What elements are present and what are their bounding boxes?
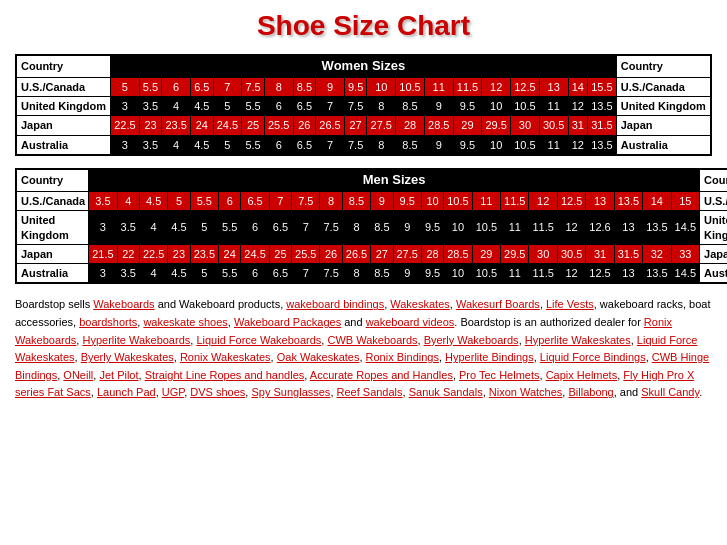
link-nixon[interactable]: Nixon Watches	[489, 386, 563, 398]
size-cell: 13.5	[588, 135, 617, 155]
size-cell: 10	[482, 97, 511, 116]
size-cell: 27	[371, 244, 393, 263]
size-cell: 4	[139, 264, 167, 284]
size-cell: 8	[367, 135, 396, 155]
size-cell: 8.5	[342, 191, 370, 210]
size-cell: 25.5	[292, 244, 320, 263]
size-cell: 9	[371, 191, 393, 210]
link-boardshorts[interactable]: boardshorts	[79, 316, 137, 328]
link-byerly-wakeskates[interactable]: Byerly Wakeskates	[81, 351, 174, 363]
link-ronix-wakeskates[interactable]: Ronix Wakeskates	[180, 351, 271, 363]
link-oak-wakeskates[interactable]: Oak Wakeskates	[277, 351, 360, 363]
link-billabong[interactable]: Billabong	[568, 386, 613, 398]
size-cell: 11	[501, 264, 529, 284]
link-hyperlite-wakeskates[interactable]: Hyperlite Wakeskates	[525, 334, 631, 346]
size-cell: 13.5	[588, 97, 617, 116]
size-cell: 5.5	[139, 77, 162, 96]
size-cell: 30	[529, 244, 557, 263]
size-cell: 28.5	[424, 116, 453, 135]
link-life-vests[interactable]: Life Vests	[546, 298, 594, 310]
men-country-cell-left: Japan	[16, 244, 89, 263]
women-country-cell-left: Japan	[16, 116, 111, 135]
size-cell: 29	[453, 116, 482, 135]
link-reef[interactable]: Reef Sandals	[337, 386, 403, 398]
women-country-cell-left: Australia	[16, 135, 111, 155]
size-cell: 33	[671, 244, 699, 263]
size-cell: 6.5	[293, 135, 316, 155]
size-cell: 31.5	[588, 116, 617, 135]
size-cell: 26.5	[342, 244, 370, 263]
size-cell: 7.5	[344, 135, 367, 155]
link-jet-pilot[interactable]: Jet Pilot	[99, 369, 138, 381]
size-cell: 5	[213, 135, 242, 155]
size-cell: 14.5	[671, 211, 699, 245]
size-cell: 24	[191, 116, 214, 135]
size-cell: 27	[344, 116, 367, 135]
link-hyperlite-wakeboards[interactable]: Hyperlite Wakeboards	[82, 334, 190, 346]
size-cell: 3	[111, 97, 140, 116]
link-spy[interactable]: Spy Sunglasses	[251, 386, 330, 398]
link-straight-line[interactable]: Straight Line Ropes and handles	[145, 369, 305, 381]
size-cell: 5	[168, 191, 190, 210]
women-country-cell-right: Australia	[616, 135, 711, 155]
link-oneill[interactable]: ONeill	[63, 369, 93, 381]
size-cell: 11	[501, 211, 529, 245]
size-cell: 22.5	[111, 116, 140, 135]
size-cell: 9	[393, 264, 421, 284]
size-cell: 7	[316, 135, 345, 155]
description-paragraph: Boardstop sells Wakeboards and Wakeboard…	[15, 296, 712, 402]
size-cell: 13	[539, 77, 568, 96]
women-table-row: Japan22.52323.52424.52525.52626.52727.52…	[16, 116, 711, 135]
link-wakeskates[interactable]: Wakeskates	[390, 298, 450, 310]
link-liquid-force-wakeboards[interactable]: Liquid Force Wakeboards	[196, 334, 321, 346]
size-cell: 22	[117, 244, 139, 263]
size-cell: 6	[219, 191, 241, 210]
link-sanuk[interactable]: Sanuk Sandals	[409, 386, 483, 398]
size-cell: 25	[242, 116, 265, 135]
size-cell: 8	[320, 191, 342, 210]
link-skull-candy[interactable]: Skull Candy	[641, 386, 699, 398]
link-launch-pad[interactable]: Launch Pad	[97, 386, 156, 398]
link-hyperlite-bindings[interactable]: Hyperlite Bindings	[445, 351, 534, 363]
link-ronix-bindings[interactable]: Ronix Bindings	[366, 351, 439, 363]
size-cell: 8	[264, 77, 293, 96]
size-cell: 29	[472, 244, 500, 263]
women-country-cell-left: U.S./Canada	[16, 77, 111, 96]
size-cell: 9.5	[421, 264, 443, 284]
link-wakeboards[interactable]: Wakeboards	[93, 298, 154, 310]
link-wakeskate-shoes[interactable]: wakeskate shoes	[143, 316, 227, 328]
women-country-cell-right: Japan	[616, 116, 711, 135]
link-cwb-wakeboards[interactable]: CWB Wakeboards	[327, 334, 417, 346]
link-dvs[interactable]: DVS shoes	[190, 386, 245, 398]
size-cell: 24.5	[213, 116, 242, 135]
link-liquid-force-bindings[interactable]: Liquid Force Bindings	[540, 351, 646, 363]
link-byerly-wakeboards[interactable]: Byerly Wakeboards	[424, 334, 519, 346]
link-capix[interactable]: Capix Helmets	[546, 369, 618, 381]
size-cell: 11.5	[529, 211, 557, 245]
men-sizes-header: Men Sizes	[89, 169, 700, 191]
link-wakeboard-videos[interactable]: wakeboard videos	[366, 316, 455, 328]
link-wakeboard-packages[interactable]: Wakeboard Packages	[234, 316, 341, 328]
size-cell: 6.5	[269, 264, 291, 284]
women-table: Country Women Sizes Country U.S./Canada5…	[15, 54, 712, 156]
size-cell: 9	[424, 135, 453, 155]
link-pro-tec[interactable]: Pro Tec Helmets	[459, 369, 540, 381]
women-country-cell-left: United Kingdom	[16, 97, 111, 116]
men-table: Country Men Sizes Country U.S./Canada3.5…	[15, 168, 727, 284]
size-cell: 9	[424, 97, 453, 116]
size-cell: 5	[213, 97, 242, 116]
women-chart: Country Women Sizes Country U.S./Canada5…	[15, 54, 712, 156]
size-cell: 8	[367, 97, 396, 116]
size-cell: 29.5	[482, 116, 511, 135]
women-header-row: Country Women Sizes Country	[16, 55, 711, 77]
link-accurate-ropes[interactable]: Accurate Ropes and Handles	[310, 369, 453, 381]
size-cell: 11.5	[453, 77, 482, 96]
link-ugp[interactable]: UGP	[162, 386, 184, 398]
size-cell: 22.5	[139, 244, 167, 263]
size-cell: 13.5	[643, 264, 671, 284]
size-cell: 31	[586, 244, 614, 263]
link-wakesurf-boards[interactable]: Wakesurf Boards	[456, 298, 540, 310]
men-country-cell-left: United Kingdom	[16, 211, 89, 245]
size-cell: 4	[117, 191, 139, 210]
link-wakeboard-bindings[interactable]: wakeboard bindings	[286, 298, 384, 310]
